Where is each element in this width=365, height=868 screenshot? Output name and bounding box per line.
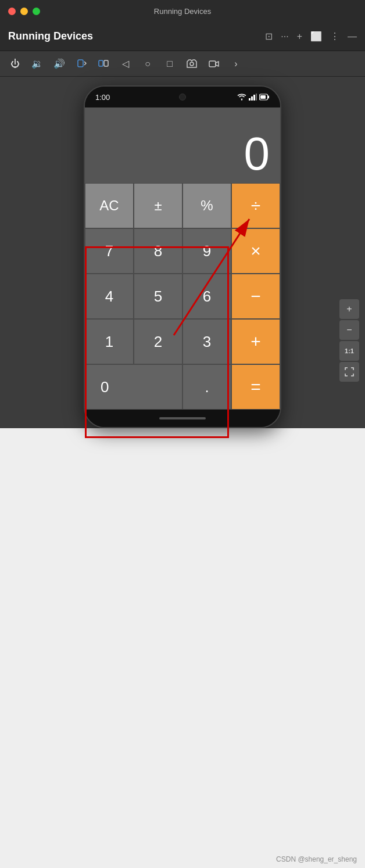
title-bar: Running Devices [0,0,365,22]
svg-rect-12 [260,95,266,99]
ellipsis-icon[interactable]: ··· [281,31,288,42]
btn-divide[interactable]: ÷ [231,183,280,228]
svg-rect-2 [104,60,108,66]
svg-rect-0 [78,60,83,67]
add-icon[interactable]: + [297,31,302,42]
minimize-button[interactable] [20,8,28,15]
back-button[interactable]: ◁ [116,55,135,73]
recents-button[interactable]: □ [160,55,179,73]
status-icons [237,94,270,101]
more-vert-icon[interactable]: ⋮ [330,31,339,42]
btn-ac[interactable]: AC [85,183,134,228]
svg-rect-6 [249,98,251,101]
calc-display: 0 [85,107,280,183]
btn-8[interactable]: 8 [134,228,182,274]
svg-point-5 [241,99,242,100]
main-content: 1:00 [0,77,365,868]
watermark: CSDN @sheng_er_sheng [276,855,357,863]
btn-1[interactable]: 1 [85,319,134,364]
header-title: Running Devices [8,30,259,42]
ratio-button[interactable]: 1:1 [339,341,359,361]
zoom-in-button[interactable]: + [339,299,359,319]
zoom-out-button[interactable]: − [339,320,359,340]
calc-grid: AC ± % ÷ 7 8 9 × 4 5 6 − 1 2 [85,183,280,410]
home-bar [85,410,280,427]
signal-icon [249,94,257,101]
btn-4[interactable]: 4 [85,274,134,319]
status-bar: 1:00 [85,87,280,107]
svg-point-3 [190,62,194,66]
svg-rect-7 [251,96,253,101]
svg-rect-4 [209,61,216,67]
status-time: 1:00 [95,93,110,102]
display-number: 0 [244,131,270,177]
rotate-button[interactable] [72,55,91,73]
btn-dot[interactable]: . [182,364,231,410]
btn-0[interactable]: 0 [85,364,182,410]
header-bar: Running Devices ⊡ ··· + ⬜ ⋮ — [0,22,365,51]
side-controls: + − 1:1 [339,299,359,382]
dash-icon[interactable]: — [348,31,357,42]
header-icons: ⊡ ··· + ⬜ ⋮ — [265,31,357,42]
window-title: Running Devices [154,7,211,16]
power-button[interactable]: ⏻ [6,55,24,73]
btn-percent[interactable]: % [182,183,231,228]
battery-icon [259,94,270,101]
btn-3[interactable]: 3 [182,319,231,364]
home-indicator [159,417,206,419]
screenshot-button[interactable] [182,55,201,73]
svg-rect-8 [253,95,255,101]
device-wrapper: 1:00 [0,77,365,428]
btn-5[interactable]: 5 [134,274,182,319]
btn-equals[interactable]: = [231,364,280,410]
btn-minus[interactable]: − [231,274,280,319]
btn-plusminus[interactable]: ± [134,183,182,228]
svg-rect-1 [99,60,103,66]
btn-plus[interactable]: + [231,319,280,364]
close-button[interactable] [8,8,16,15]
btn-2[interactable]: 2 [134,319,182,364]
expand-button[interactable] [339,362,359,382]
toolbar: ⏻ 🔉 🔊 ◁ ○ □ › [0,51,365,77]
more-button[interactable]: › [227,55,245,73]
record-button[interactable] [205,55,223,73]
svg-rect-9 [256,94,257,101]
white-section [0,428,365,868]
phone-container: 1:00 [84,85,281,428]
device-icon[interactable]: ⊡ [265,31,273,42]
btn-multiply[interactable]: × [231,228,280,274]
btn-6[interactable]: 6 [182,274,231,319]
wifi-icon [237,94,246,101]
traffic-lights [8,8,40,15]
maximize-button[interactable] [33,8,40,15]
mirror-button[interactable] [94,55,113,73]
volume-down-button[interactable]: 🔉 [28,55,46,73]
home-button[interactable]: ○ [138,55,157,73]
camera-cutout [179,94,186,101]
btn-9[interactable]: 9 [182,228,231,274]
phone-frame: 1:00 [84,85,281,428]
volume-up-button[interactable]: 🔊 [50,55,69,73]
minimize-icon[interactable]: ⬜ [310,31,322,42]
svg-rect-11 [268,96,269,99]
btn-7[interactable]: 7 [85,228,134,274]
